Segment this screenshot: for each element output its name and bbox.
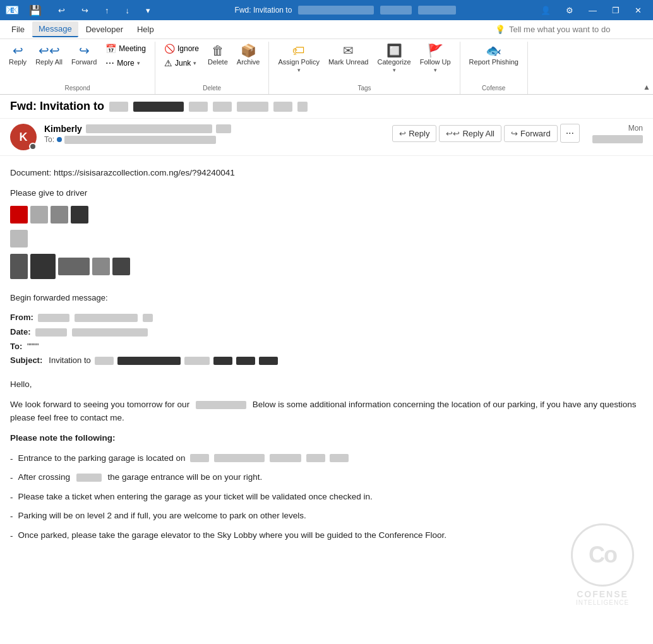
to-address-redact	[64, 136, 216, 144]
delete-button[interactable]: 🗑 Delete	[204, 42, 232, 68]
reply-all-button[interactable]: ↩↩ Reply All	[32, 42, 66, 68]
fwd-to-label: To:	[10, 342, 22, 351]
save-button[interactable]: 💾	[23, 2, 48, 19]
avatar-initial: K	[20, 131, 28, 144]
inline-forward-icon: ↪	[511, 129, 518, 138]
tags-group-label: Tags	[274, 83, 454, 94]
ribbon-group-delete: 🚫 Ignore ⚠ Junk ▾ 🗑 Delete 📦 Archive Del…	[155, 42, 270, 94]
categorize-label: Categorize	[377, 58, 410, 66]
ribbon: ↩ Reply ↩↩ Reply All ↪ Forward 📅 Meeting	[0, 39, 653, 95]
respond-content: ↩ Reply ↩↩ Reply All ↪ Forward 📅 Meeting	[5, 42, 150, 83]
menu-message[interactable]: Message	[32, 21, 78, 37]
email-subject: Fwd: Invitation to	[10, 100, 104, 113]
to-label: To:	[44, 135, 54, 144]
email-body: Document: https://sisisarazcollection.co…	[0, 156, 653, 573]
reply-all-icon: ↩↩	[39, 44, 60, 57]
forward-label: Forward	[71, 58, 97, 66]
mark-unread-button[interactable]: ✉ Mark Unread	[325, 42, 373, 68]
ribbon-group-cofense: 🐟 Report Phishing Cofense	[460, 42, 528, 94]
inline-forward-button[interactable]: ↪ Forward	[504, 125, 558, 142]
ignore-button[interactable]: 🚫 Ignore	[160, 42, 203, 56]
assign-policy-button[interactable]: 🏷 Assign Policy ▾	[274, 42, 323, 76]
archive-label: Archive	[237, 58, 260, 66]
categorize-dropdown-arrow: ▾	[393, 67, 396, 73]
from-redact-1	[38, 314, 69, 322]
email-subject-bar: Fwd: Invitation to	[0, 95, 653, 119]
subj-redact-2	[117, 357, 181, 365]
reply-button[interactable]: ↩ Reply	[5, 42, 30, 68]
inline-reply-all-button[interactable]: ↩↩ Reply All	[439, 125, 501, 142]
ribbon-collapse-button[interactable]: ▲	[643, 83, 650, 92]
menu-file[interactable]: File	[5, 22, 31, 37]
more-quick-button[interactable]: ▾	[140, 3, 157, 18]
inline-forward-label: Forward	[520, 129, 551, 138]
body-intro-para: We look forward to seeing you tomorrow f…	[10, 398, 643, 425]
bullet-5-text: Once parked, please take the garage elev…	[18, 528, 446, 542]
delete-label: Delete	[208, 58, 228, 66]
email-meta: K Kimberly To: ↩ Reply ↩↩ Reply All	[0, 119, 653, 156]
forward-button[interactable]: ↪ Forward	[68, 42, 100, 68]
menu-search-input[interactable]	[509, 25, 648, 34]
redo-button[interactable]: ↪	[75, 3, 95, 18]
download-button[interactable]: ↓	[119, 3, 136, 18]
bullet-item-4: - Parking will be on level 2 and if full…	[10, 509, 643, 523]
bullet1-redact-4	[306, 454, 325, 462]
email-action-buttons: ↩ Reply ↩↩ Reply All ↪ Forward ···	[392, 124, 580, 143]
close-button[interactable]: ✕	[628, 3, 648, 18]
greeting-para: Hello,	[10, 378, 643, 391]
fwd-to: To: """"	[10, 340, 643, 354]
inline-reply-label: Reply	[409, 129, 429, 138]
ribbon-group-tags: 🏷 Assign Policy ▾ ✉ Mark Unread 🔲 Catego…	[269, 42, 460, 94]
bullet2-redact	[76, 474, 102, 482]
menu-help[interactable]: Help	[131, 22, 160, 37]
archive-button[interactable]: 📦 Archive	[233, 42, 264, 68]
settings-icon[interactable]: ⚙	[560, 3, 580, 18]
assign-policy-label: Assign Policy	[278, 58, 319, 66]
meeting-button[interactable]: 📅 Meeting	[102, 42, 150, 56]
bullet-4-text: Parking will be on level 2 and if full, …	[18, 509, 306, 523]
menu-developer[interactable]: Developer	[80, 22, 129, 37]
meeting-icon: 📅	[105, 44, 116, 54]
junk-icon: ⚠	[164, 58, 172, 68]
forward-icon: ↪	[79, 44, 90, 57]
sender-email-redact	[86, 124, 212, 133]
bullet-1-pre: Entrance to the parking garage is locate…	[18, 453, 186, 463]
follow-up-button[interactable]: 🚩 Follow Up ▾	[416, 42, 455, 76]
title-bar: 📧 💾 ↩ ↪ ↑ ↓ ▾ Fwd: Invitation to 👤 ⚙ — ❐…	[0, 0, 653, 20]
bullet-list: - Entrance to the parking garage is loca…	[10, 451, 643, 543]
give-driver-para: Please give to driver	[10, 186, 643, 200]
logo-block-1	[10, 254, 28, 279]
inline-reply-button[interactable]: ↩ Reply	[392, 125, 436, 142]
undo-button[interactable]: ↩	[52, 3, 71, 18]
logo-block-4	[92, 258, 110, 275]
from-redact-3	[143, 314, 153, 322]
from-label: From:	[10, 313, 33, 322]
bullet-dash-1: -	[10, 451, 13, 466]
categorize-button[interactable]: 🔲 Categorize ▾	[373, 42, 414, 76]
junk-button[interactable]: ⚠ Junk ▾	[160, 56, 203, 70]
inline-reply-all-icon: ↩↩	[446, 129, 460, 138]
ribbon-group-respond: ↩ Reply ↩↩ Reply All ↪ Forward 📅 Meeting	[0, 42, 155, 94]
report-phishing-button[interactable]: 🐟 Report Phishing	[465, 42, 522, 68]
subject-redact-5	[237, 102, 268, 112]
respond-stacked: 📅 Meeting ⋯ More ▾	[102, 42, 150, 73]
fwd-subject-label: Subject:	[10, 354, 42, 367]
upload-button[interactable]: ↑	[99, 3, 116, 18]
restore-button[interactable]: ❐	[606, 3, 626, 18]
account-icon[interactable]: 👤	[534, 3, 557, 18]
sender-extra-redact	[216, 124, 231, 133]
report-phishing-label: Report Phishing	[469, 58, 518, 66]
body-intro-text: We look forward to seeing you tomorrow f…	[10, 400, 189, 409]
lightbulb-icon: 💡	[495, 25, 505, 34]
reply-label: Reply	[9, 58, 27, 66]
respond-group-label: Respond	[5, 83, 150, 94]
more-respond-button[interactable]: ⋯ More ▾	[102, 56, 150, 70]
sender-avatar: K	[10, 124, 37, 150]
inline-more-button[interactable]: ···	[560, 124, 580, 143]
minimize-button[interactable]: —	[582, 3, 603, 18]
avatar-dot	[29, 143, 37, 150]
window-title: Fwd: Invitation to	[157, 6, 534, 15]
email-time-area: Mon	[592, 124, 643, 143]
forwarded-section: Begin forwarded message: From: Date: To:…	[10, 292, 643, 367]
bullet-2-content: After crossing the garage entrance will …	[18, 470, 263, 484]
